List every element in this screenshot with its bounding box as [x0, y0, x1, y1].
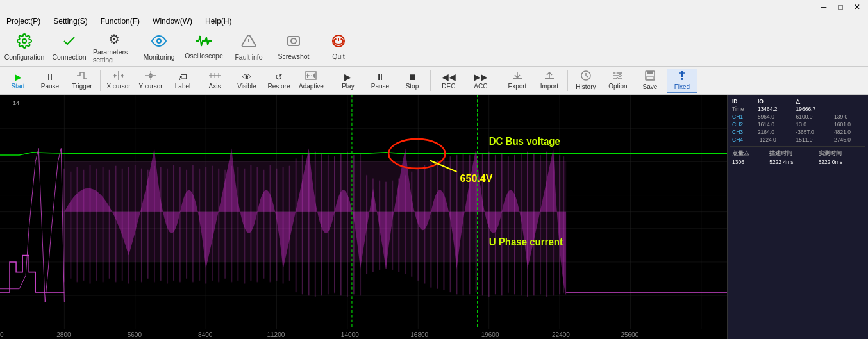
stop-label: Stop — [406, 83, 419, 90]
quit-button[interactable]: Quit — [317, 30, 360, 65]
label-label: Label — [175, 83, 190, 90]
pause-top-button[interactable]: ⏸ Pause — [35, 69, 65, 93]
col-id-header: ID — [730, 97, 756, 105]
svg-rect-34 — [647, 76, 653, 79]
pause2-label: Pause — [371, 83, 389, 90]
screwshot-label: Screwshot — [278, 53, 309, 60]
trigger-button[interactable]: Trigger — [67, 69, 97, 93]
minimize-button[interactable]: ─ — [815, 1, 832, 13]
history-button[interactable]: History — [571, 69, 601, 93]
menu-window[interactable]: Window(W) — [149, 15, 196, 27]
menu-function[interactable]: Function(F) — [97, 15, 144, 27]
import-button[interactable]: Import — [534, 69, 565, 93]
save-button[interactable]: Save — [635, 69, 665, 93]
svg-marker-13 — [149, 72, 153, 75]
ch2-v2: 13.0 — [794, 120, 832, 128]
y-cursor-label: Y cursor — [138, 83, 162, 90]
restore-label: Restore — [267, 83, 290, 90]
chart-area: 14 — [0, 95, 727, 339]
side-panel: ID IO △ Time 13464.2 19666.7 CH1 5964.0 … — [727, 95, 868, 339]
option-button[interactable]: Option — [603, 69, 633, 93]
close-button[interactable]: ✕ — [849, 1, 865, 13]
fault-button[interactable]: Fault info — [227, 30, 271, 65]
sep5 — [567, 70, 568, 91]
option-label: Option — [608, 83, 627, 90]
menu-setting[interactable]: Setting(S) — [49, 15, 91, 27]
svg-rect-24 — [545, 78, 554, 79]
data-table: ID IO △ Time 13464.2 19666.7 CH1 5964.0 … — [730, 97, 865, 144]
svg-text:0: 0 — [0, 331, 4, 338]
toolbar-second: ▶ Start ⏸ Pause Trigger X cursor — [0, 67, 868, 95]
svg-point-1 — [157, 39, 161, 43]
svg-point-29 — [615, 72, 617, 74]
time-label: Time — [730, 105, 756, 113]
svg-marker-10 — [121, 74, 123, 78]
config-label: Configuration — [4, 53, 44, 61]
sep4 — [499, 70, 499, 91]
oscilloscope-button[interactable]: Oscilloscope — [182, 30, 226, 65]
screwshot-button[interactable]: Screwshot — [272, 30, 315, 65]
restore-button[interactable]: ↺ Restore — [263, 69, 294, 93]
col-warn-header: △ — [794, 97, 832, 105]
fixed-label: Fixed — [674, 83, 690, 90]
oscilloscope-label: Oscilloscope — [185, 52, 223, 60]
svg-rect-23 — [513, 78, 522, 79]
time-v2: 19666.7 — [794, 105, 832, 113]
label-button[interactable]: 🏷 Label — [167, 69, 198, 93]
axis-button[interactable]: Axis — [199, 69, 230, 93]
menu-project[interactable]: Project(P) — [3, 15, 44, 27]
sep2 — [330, 70, 330, 91]
maximize-button[interactable]: □ — [832, 1, 849, 13]
ch3-v3: 4821.0 — [832, 128, 865, 136]
ch1-label: CH1 — [730, 113, 756, 120]
svg-point-31 — [616, 78, 618, 79]
ch3-v1: 2164.0 — [756, 128, 794, 136]
bottom-data-table: 点量△ 描述时间 实测时间 1306 5222 4ms 5222 0ms — [730, 149, 865, 166]
axis-label: Axis — [209, 83, 221, 90]
acc-label: ACC — [474, 83, 487, 90]
toolbar-top: Configuration Connection ⚙ Parameters se… — [0, 28, 868, 67]
dec-label: DEC — [442, 83, 455, 90]
stop-button[interactable]: ⏹ Stop — [397, 69, 428, 93]
svg-text:16800: 16800 — [410, 331, 428, 338]
x-cursor-button[interactable]: X cursor — [103, 69, 134, 93]
menu-help[interactable]: Help(H) — [201, 15, 235, 27]
pause-button[interactable]: ⏸ Pause — [365, 69, 396, 93]
svg-point-5 — [291, 38, 296, 44]
ch2-label: CH2 — [730, 120, 756, 128]
monitoring-button[interactable]: Monitoring — [137, 30, 181, 65]
adaptive-label: Adaptive — [299, 83, 324, 90]
title-bar: ─ □ ✕ — [0, 0, 868, 14]
export-button[interactable]: Export — [502, 69, 533, 93]
adaptive-button[interactable]: Adaptive — [296, 69, 327, 93]
fixed-button[interactable]: Fixed — [667, 69, 697, 93]
start-button[interactable]: ▶ Start — [3, 69, 33, 93]
y-cursor-button[interactable]: Y cursor — [135, 69, 166, 93]
ch3-v2: -365T.0 — [794, 128, 832, 136]
ch4-v3: 2745.0 — [832, 136, 865, 144]
svg-point-0 — [22, 39, 26, 43]
ch4-v2: 1511.0 — [794, 136, 832, 144]
export-label: Export — [508, 83, 526, 90]
sep1 — [100, 70, 101, 91]
svg-text:14000: 14000 — [341, 331, 359, 338]
panel-divider — [730, 146, 865, 147]
params-button[interactable]: ⚙ Parameters setting — [92, 30, 136, 65]
connection-button[interactable]: Connection — [47, 30, 91, 65]
bottom-h1: 点量△ — [730, 149, 767, 158]
bottom-h3: 实测时间 — [817, 149, 865, 158]
play-button[interactable]: ▶ Play — [333, 69, 363, 93]
import-label: Import — [540, 83, 558, 90]
play-label: Play — [342, 83, 354, 90]
x-cursor-label: X cursor — [106, 83, 130, 90]
trigger-label: Trigger — [72, 83, 92, 90]
dec-button[interactable]: ◀◀ DEC — [433, 69, 464, 93]
config-button[interactable]: Configuration — [3, 30, 46, 65]
acc-button[interactable]: ▶▶ ACC — [465, 69, 496, 93]
svg-text:2800: 2800 — [56, 331, 71, 338]
svg-point-30 — [619, 75, 621, 77]
main-area: 14 — [0, 95, 868, 339]
svg-text:25600: 25600 — [621, 331, 638, 338]
start-label: Start — [11, 83, 24, 90]
visible-button[interactable]: 👁 Visible — [231, 69, 262, 93]
